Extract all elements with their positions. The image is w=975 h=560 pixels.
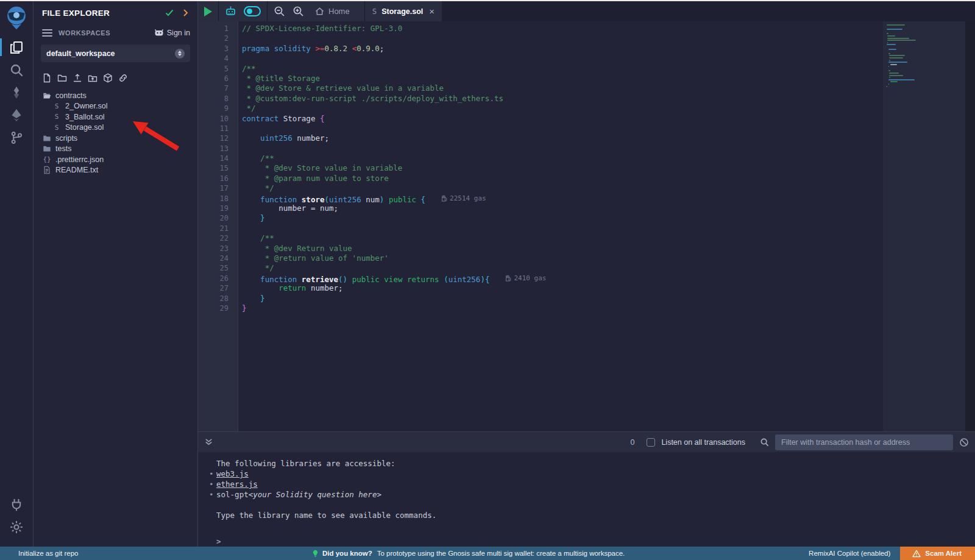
terminal-collapse-button[interactable] [204, 438, 213, 447]
minimap-line [887, 51, 963, 52]
code-area[interactable]: // SPDX-License-Identifier: GPL-3.0pragm… [238, 21, 883, 431]
copilot-status[interactable]: RemixAI Copilot (enabled) [809, 550, 890, 557]
run-script-button[interactable] [204, 7, 212, 16]
library-item: •web3.js [216, 469, 975, 479]
code-line-17: */ [242, 183, 883, 193]
file-explorer-panel: FILE EXPLORER WORKSPACES Sign in default… [34, 1, 198, 547]
workspace-select[interactable]: default_workspace [41, 44, 190, 62]
action-new-folder-icon[interactable] [57, 73, 67, 85]
activity-item-solidity-compiler[interactable] [0, 81, 34, 104]
tree-item-label: README.txt [55, 166, 98, 174]
terminal-intro-line: The following libraries are accessible: [216, 458, 975, 469]
line-number: 12 [198, 133, 238, 143]
library-item: •ethers.js [216, 479, 975, 489]
minimap-line [887, 42, 888, 43]
code-token [242, 283, 278, 292]
terminal-prompt[interactable]: > [216, 536, 975, 547]
tab-home[interactable]: Home [311, 7, 358, 16]
terminal-output[interactable]: The following libraries are accessible: … [198, 452, 975, 547]
line-number: 22 [198, 233, 238, 243]
clear-console-button[interactable] [959, 438, 969, 447]
activity-item-settings[interactable] [0, 516, 34, 538]
listen-all-checkbox[interactable] [647, 438, 655, 447]
activity-item-search[interactable] [0, 58, 34, 81]
action-upload-folder-icon[interactable] [88, 73, 98, 85]
workspace-caret-icon [175, 49, 185, 58]
tab-storage-sol[interactable]: SStorage.sol× [365, 1, 442, 21]
code-token: * @param num value to store [242, 174, 389, 183]
files-icon [10, 41, 23, 54]
code-token: ; [380, 44, 385, 53]
activity-item-deploy-run[interactable] [0, 104, 34, 126]
scam-alert-button[interactable]: Scam Alert [900, 547, 975, 560]
code-token: * @dev Return value [242, 244, 352, 253]
solidity-file-icon: S [52, 102, 62, 110]
minimap-line [887, 46, 963, 48]
activity-item-plugin-manager[interactable] [0, 493, 34, 516]
code-token [242, 133, 260, 143]
library-link[interactable]: web3.js [216, 469, 249, 479]
action-new-file-icon[interactable] [42, 73, 52, 85]
zoom-out-button[interactable] [274, 5, 285, 17]
code-line-18: function store(uint256 num) public {2251… [242, 194, 883, 204]
status-bar-right: RemixAI Copilot (enabled) Scam Alert [809, 547, 975, 560]
tree-item-README.txt[interactable]: README.txt [34, 165, 197, 176]
tree-item-tests[interactable]: tests [34, 144, 197, 155]
code-line-1: // SPDX-License-Identifier: GPL-3.0 [242, 24, 883, 34]
ban-icon [959, 438, 969, 447]
workspace-selected-value: default_workspace [46, 49, 175, 58]
zoom-in-button[interactable] [292, 5, 304, 17]
text-file-icon [42, 166, 52, 174]
minimap-line [887, 31, 963, 32]
code-line-26: function retrieve() public view returns … [242, 274, 883, 283]
close-tab-icon[interactable]: × [429, 6, 434, 16]
code-token: num [361, 194, 380, 204]
play-icon [204, 7, 212, 16]
line-number: 25 [198, 263, 238, 273]
terminal-search-button[interactable] [760, 438, 769, 447]
git-init-button[interactable]: Initialize as git repo [18, 550, 78, 557]
line-number: 4 [198, 54, 238, 63]
tree-item-contracts[interactable]: contracts [34, 90, 197, 101]
code-line-13 [242, 144, 883, 154]
ai-copilot-button[interactable] [225, 5, 236, 17]
minimap-line [887, 40, 916, 41]
search-icon [10, 63, 23, 77]
workspaces-label: WORKSPACES [58, 29, 154, 37]
code-token: () [338, 274, 347, 283]
chevron-right-icon[interactable] [180, 8, 190, 18]
transaction-count: 0 [630, 438, 634, 447]
listen-all-label[interactable]: Listen on all transactions [661, 438, 745, 447]
sign-in-button[interactable]: Sign in [154, 28, 190, 38]
minimap-line [889, 60, 890, 61]
tree-item-2_Owner.sol[interactable]: S2_Owner.sol [34, 101, 197, 112]
minimap-line [890, 81, 898, 82]
editor-body: 1234567891011121314151617181920212223242… [198, 21, 975, 431]
editor-scrollbar[interactable] [965, 21, 975, 431]
action-upload-file-icon[interactable] [73, 73, 82, 85]
tree-item-Storage.sol[interactable]: SStorage.sol [34, 122, 197, 133]
bullet-icon: • [209, 479, 216, 489]
tree-item-scripts[interactable]: scripts [34, 133, 197, 144]
code-token: ( [444, 274, 448, 283]
status-bar: Initialize as git repo Did you know? To … [0, 547, 975, 560]
library-link[interactable]: ethers.js [216, 479, 258, 489]
code-line-14: /** [242, 154, 883, 163]
transaction-filter-input[interactable] [775, 434, 953, 450]
tree-item-3_Ballot.sol[interactable]: S3_Ballot.sol [34, 112, 197, 122]
line-number: 28 [198, 294, 238, 303]
action-link-icon[interactable] [118, 73, 128, 85]
new-folder-icon [57, 73, 67, 83]
activity-item-file-explorer[interactable] [0, 36, 34, 58]
remix-logo-icon[interactable] [5, 5, 28, 30]
workspaces-menu-icon[interactable] [42, 27, 52, 38]
line-number: 27 [198, 283, 238, 293]
tree-item-.prettierrc.json[interactable]: {}.prettierrc.json [34, 154, 197, 165]
copilot-toggle[interactable] [244, 6, 261, 16]
check-icon[interactable] [165, 8, 174, 18]
minimap[interactable] [883, 21, 965, 431]
activity-item-git[interactable] [0, 126, 34, 149]
tree-item-label: 3_Ballot.sol [65, 113, 105, 121]
line-number: 5 [198, 64, 238, 74]
action-cube-icon[interactable] [103, 73, 113, 85]
